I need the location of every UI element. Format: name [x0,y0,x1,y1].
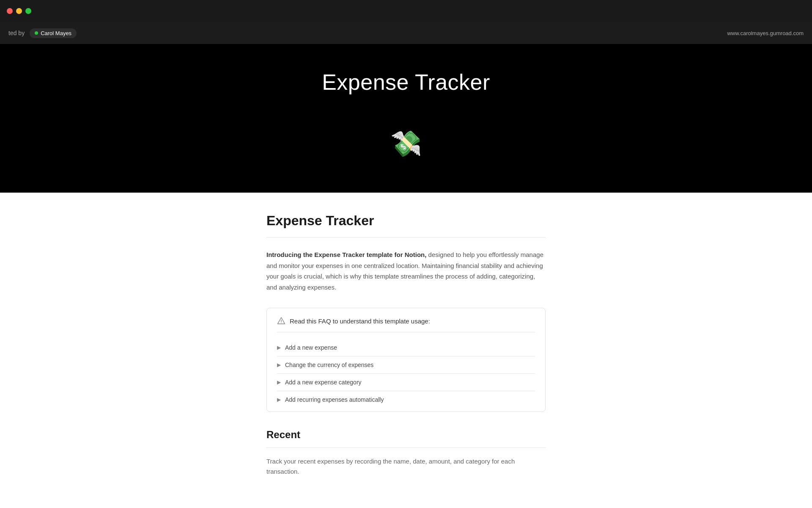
faq-item-3[interactable]: ▶ Add a new expense category [277,374,535,391]
page-content: Expense Tracker 💸 Expense Tracker Introd… [0,44,812,502]
faq-header: Read this FAQ to understand this templat… [277,317,535,332]
warning-icon [277,317,285,325]
faq-item-2[interactable]: ▶ Change the currency of expenses [277,356,535,374]
hero-section: Expense Tracker 💸 [0,44,812,193]
faq-item-label-1: Add a new expense [285,344,337,351]
intro-bold: Introducing the Expense Tracker template… [266,251,426,258]
chevron-icon-3: ▶ [277,379,281,385]
hero-emoji: 💸 [390,129,422,159]
user-name: Carol Mayes [41,30,71,36]
chevron-icon-2: ▶ [277,362,281,368]
traffic-lights [7,8,31,14]
hero-title: Expense Tracker [322,69,490,95]
faq-item-4[interactable]: ▶ Add recurring expenses automatically [277,391,535,403]
faq-item-label-3: Add a new expense category [285,379,362,386]
url-display: www.carolmayes.gumroad.com [727,30,804,36]
chevron-icon-1: ▶ [277,345,281,351]
maximize-button[interactable] [25,8,31,14]
faq-item-label-4: Add recurring expenses automatically [285,396,384,403]
page-title: Expense Tracker [266,213,546,229]
browser-nav: ted by Carol Mayes www.carolmayes.gumroa… [0,22,812,44]
user-badge[interactable]: Carol Mayes [30,28,77,38]
title-bar [0,0,812,22]
user-status-dot [35,31,38,35]
prefix-text: ted by [8,30,25,36]
close-button[interactable] [7,8,13,14]
intro-text: Introducing the Expense Tracker template… [266,249,546,293]
title-divider [266,237,546,237]
faq-box: Read this FAQ to understand this templat… [266,308,546,412]
nav-left: ted by Carol Mayes [8,28,93,38]
main-content: Expense Tracker Introducing the Expense … [258,193,554,502]
faq-header-text: Read this FAQ to understand this templat… [290,318,430,325]
chevron-icon-4: ▶ [277,397,281,403]
svg-point-1 [281,323,282,323]
faq-item-label-2: Change the currency of expenses [285,362,373,368]
recent-divider [266,447,546,448]
recent-description: Track your recent expenses by recording … [266,456,546,477]
minimize-button[interactable] [16,8,22,14]
faq-item-1[interactable]: ▶ Add a new expense [277,339,535,356]
recent-section-title: Recent [266,429,546,441]
